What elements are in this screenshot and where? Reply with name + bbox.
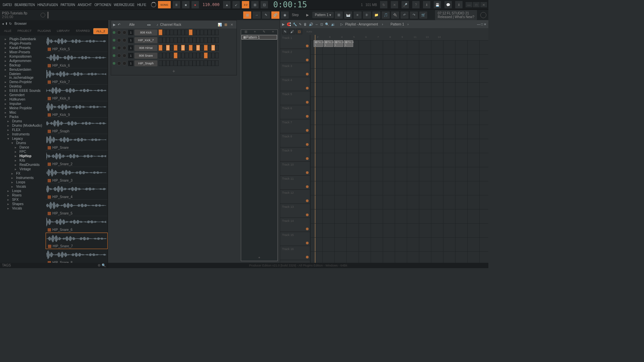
track-mute[interactable] — [306, 171, 309, 174]
step-button[interactable] — [170, 45, 173, 51]
menu-optionen[interactable]: OPTIONEN — [93, 3, 112, 7]
track-header[interactable]: Track 3 — [280, 63, 310, 77]
play-icon[interactable] — [48, 228, 51, 232]
add-channel-button[interactable]: + — [111, 67, 236, 75]
step-button[interactable] — [174, 45, 177, 51]
sample-item[interactable]: HIP_Snare_4 — [46, 183, 108, 200]
countdown-button[interactable]: ⊞ — [251, 1, 259, 9]
refresh-icon[interactable]: ↻ — [9, 22, 12, 25]
step-button[interactable] — [162, 60, 166, 66]
tree-item[interactable]: ▸RealDrumkits — [0, 163, 46, 167]
play-icon[interactable] — [48, 212, 51, 215]
tree-item[interactable]: ▸Kompositionen — [0, 54, 46, 59]
browser-tab-plugins[interactable]: PLUGINS — [35, 28, 54, 34]
pl-close-icon[interactable]: ✕ — [484, 22, 486, 26]
channel-number[interactable]: 1 — [128, 53, 133, 58]
step-button[interactable] — [189, 29, 193, 35]
browser-button[interactable]: 📁 — [372, 11, 381, 19]
track-header[interactable]: Track 15 — [280, 232, 310, 246]
track-header[interactable]: Track 5 — [280, 91, 310, 105]
step-button[interactable] — [196, 45, 200, 51]
refresh-button[interactable]: ↻ — [380, 1, 388, 9]
track-header[interactable]: Track 4 — [280, 77, 310, 91]
track-header[interactable]: Track 8 — [280, 133, 310, 147]
redo-button[interactable]: ↷ — [410, 11, 418, 19]
tree-item[interactable]: ▸Kits — [0, 158, 46, 163]
tree-item[interactable]: ▸Gerendert — [0, 93, 46, 97]
menu-pattern[interactable]: PATTERN — [59, 3, 76, 7]
sample-list[interactable]: HIP_Kick_5HIP_Kick_6HIP_Kick_7HIP_Kick_8… — [46, 36, 108, 263]
step-button[interactable] — [177, 45, 181, 51]
step-button[interactable] — [162, 29, 166, 35]
sample-item[interactable]: HIP_Snare_3 — [46, 167, 108, 183]
channel-number[interactable]: 1 — [128, 61, 133, 66]
step-button[interactable] — [196, 29, 200, 35]
shop-button[interactable]: 🛒 — [419, 11, 428, 19]
step-button[interactable] — [200, 37, 204, 43]
track-header[interactable]: Track 2 — [280, 49, 310, 63]
sample-item[interactable]: HIP_Snare — [46, 134, 108, 150]
pl-tool2-icon[interactable]: ✎ — [299, 22, 302, 26]
vol-knob[interactable] — [122, 61, 126, 65]
step-button[interactable] — [166, 37, 170, 43]
sample-item[interactable]: HIP_Kick_7 — [46, 68, 108, 85]
play-icon[interactable] — [48, 48, 51, 51]
tree-item[interactable]: ▸HipHop — [0, 154, 46, 158]
track-mute[interactable] — [306, 73, 309, 75]
step-button[interactable] — [208, 37, 211, 43]
version-info[interactable]: 07:12 FL STUDIO 21 Released | What's New… — [435, 10, 477, 20]
undo-button[interactable]: ↶ — [400, 11, 409, 19]
pl-tool5-icon[interactable]: ↔ — [315, 22, 318, 26]
step-button[interactable] — [211, 29, 215, 35]
track-mute[interactable] — [306, 242, 309, 244]
tree-item[interactable]: ▸FPC — [0, 149, 46, 154]
pl-max-icon[interactable]: □ — [481, 22, 483, 26]
track-mute[interactable] — [306, 185, 309, 188]
step-button[interactable] — [215, 45, 219, 51]
step-button[interactable] — [193, 37, 196, 43]
play-icon[interactable] — [48, 179, 51, 182]
step-button[interactable] — [200, 53, 204, 58]
step-button[interactable] — [211, 45, 215, 51]
track-mute[interactable] — [306, 228, 309, 230]
cr-menu-icon[interactable]: ▶ — [113, 23, 116, 26]
sample-item[interactable]: HIP_Snare_8 — [46, 249, 108, 263]
step-button[interactable] — [185, 45, 189, 51]
step-button[interactable] — [208, 60, 211, 66]
track-header[interactable]: Track 14 — [280, 218, 310, 232]
pl-tool3-icon[interactable]: 🗑 — [304, 22, 307, 26]
menu-bearbeiten[interactable]: BEARBEITEN — [13, 3, 36, 7]
step-button[interactable] — [162, 37, 166, 43]
tree-item[interactable]: ▸Dance — [0, 145, 46, 149]
step-button[interactable] — [170, 60, 173, 66]
channel-filter[interactable]: Alle — [129, 23, 135, 26]
step-button[interactable] — [185, 53, 189, 58]
playlist-button[interactable]: ⊞ — [334, 11, 343, 19]
track-header[interactable]: Track 13 — [280, 204, 310, 218]
cr-undo-icon[interactable]: ↶ — [118, 23, 120, 26]
timeline-ruler[interactable]: 23456789111314 — [310, 35, 488, 40]
back-icon[interactable]: ⬆ — [5, 22, 8, 25]
pattern-button[interactable]: ▦ — [243, 11, 252, 19]
step-button[interactable] — [196, 60, 200, 66]
menu-datei[interactable]: DATEI — [1, 3, 13, 7]
channel-number[interactable]: 1 — [128, 38, 133, 43]
pl-tool7-icon[interactable]: 🔍 — [325, 22, 329, 26]
track-header[interactable]: Track 7 — [280, 119, 310, 133]
step-button[interactable] — [166, 53, 170, 58]
step-button[interactable] — [211, 37, 215, 43]
track-mute[interactable] — [306, 214, 309, 216]
step-button[interactable] — [166, 60, 170, 66]
channel-led[interactable] — [113, 31, 115, 34]
step-button[interactable] — [193, 45, 196, 51]
playlist-clip[interactable]: ▦Pa..n 1 — [344, 40, 353, 47]
step-button[interactable] — [215, 53, 219, 58]
channel-led[interactable] — [113, 47, 115, 49]
tree-item[interactable]: ▸Dateien in..ischenablage — [0, 72, 46, 80]
cr-graph-icon[interactable]: 📊 — [217, 22, 222, 27]
tree-item[interactable]: ▸Instruments — [0, 176, 46, 180]
channel-rack-button[interactable]: ≡ — [353, 11, 362, 19]
step-button[interactable] — [174, 37, 177, 43]
pan-knob[interactable] — [117, 54, 121, 58]
tree-item[interactable]: ▸SFX — [0, 197, 46, 202]
